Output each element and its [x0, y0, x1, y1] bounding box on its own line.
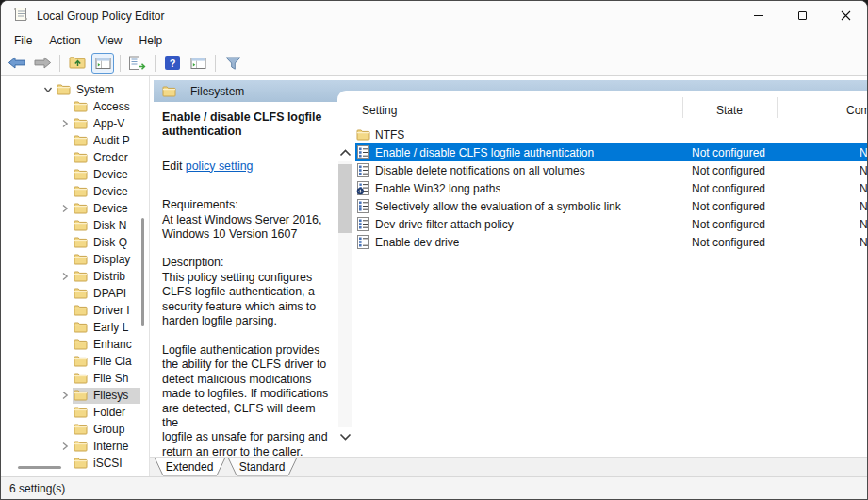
chevron-right-icon[interactable]: [57, 119, 73, 128]
minimize-button[interactable]: [737, 1, 780, 30]
tree-item-enhanc[interactable]: Enhanc: [1, 336, 149, 353]
chevron-right-icon[interactable]: [57, 391, 73, 400]
tree-item-label: Disk Q: [93, 236, 138, 249]
settings-row[interactable]: Enable dev drive Not configured No: [355, 233, 867, 251]
settings-row[interactable]: Enable Win32 long paths Not configured N…: [355, 179, 867, 197]
folder-icon: [74, 424, 88, 435]
tree-item-label: Device: [93, 185, 138, 198]
settings-row[interactable]: Enable / disable CLFS logfile authentica…: [355, 143, 867, 161]
settings-rows: NTFS Enable / disable CLFS logfile authe…: [355, 125, 867, 251]
tree-item-audit-p[interactable]: Audit P: [1, 132, 149, 149]
tree-item-early-l[interactable]: Early L: [1, 319, 149, 336]
tree-item-app-v[interactable]: App-V: [1, 115, 149, 132]
tree-item-group[interactable]: Group: [1, 421, 149, 438]
setting-state: Not configured: [682, 182, 777, 195]
folder-icon: [74, 169, 88, 180]
tree-item-device[interactable]: Device: [1, 166, 149, 183]
setting-comment: No: [777, 200, 867, 213]
close-button[interactable]: [824, 1, 867, 30]
column-header-state[interactable]: State: [682, 104, 777, 117]
column-header-comment[interactable]: Comment: [846, 104, 867, 117]
tree-item-folder[interactable]: Folder: [1, 404, 149, 421]
folder-icon: [74, 186, 88, 197]
setting-comment: No: [777, 164, 867, 177]
folder-icon: [74, 203, 88, 214]
toolbar-separator: [59, 55, 60, 72]
folder-icon: [74, 118, 88, 129]
setting-name: Enable Win32 long paths: [375, 182, 500, 195]
folder-icon: [74, 441, 88, 452]
setting-state: Not configured: [682, 236, 777, 249]
tree-item-device[interactable]: Device: [1, 183, 149, 200]
tree-item-label: Disk N: [93, 219, 138, 232]
export-list-icon[interactable]: [126, 53, 149, 74]
tree-item-dpapi[interactable]: DPAPI: [1, 285, 149, 302]
tree-item-label: Display: [93, 253, 138, 266]
column-divider[interactable]: [682, 97, 683, 118]
chevron-right-icon[interactable]: [57, 272, 73, 281]
chevron-right-icon[interactable]: [57, 204, 73, 213]
folder-icon: [74, 254, 88, 265]
policy-icon: [356, 235, 370, 249]
tree-item-access[interactable]: Access: [1, 98, 149, 115]
scrollbar-track[interactable]: [338, 161, 352, 427]
tree-item-interne[interactable]: Interne: [1, 438, 149, 455]
filter-icon[interactable]: [221, 53, 244, 74]
column-header-setting[interactable]: Setting: [362, 104, 397, 117]
close-icon: [841, 10, 851, 21]
description-text: This policy setting configures CLFS logf…: [162, 271, 334, 457]
settings-row[interactable]: Dev drive filter attach policy Not confi…: [355, 215, 867, 233]
show-console-tree-icon[interactable]: [91, 53, 114, 74]
toolbar-separator: [155, 55, 156, 72]
chevron-down-icon: [339, 433, 352, 441]
tab-extended-label[interactable]: Extended: [166, 460, 214, 474]
folder-icon: [74, 407, 88, 418]
tab-standard-label[interactable]: Standard: [239, 460, 286, 474]
tree-item-display[interactable]: Display: [1, 251, 149, 268]
tree-item-system[interactable]: System: [1, 81, 149, 98]
menu-item-file[interactable]: File: [6, 32, 41, 49]
settings-row[interactable]: Selectively allow the evaluation of a sy…: [355, 197, 867, 215]
chevron-down-icon[interactable]: [40, 86, 56, 93]
tree-item-label: File Cla: [93, 355, 138, 368]
tree-item-file-cla[interactable]: File Cla: [1, 353, 149, 370]
tree-horizontal-scrollbar[interactable]: [18, 466, 61, 469]
menu-item-action[interactable]: Action: [41, 32, 89, 49]
edit-policy-setting-link[interactable]: policy setting: [186, 159, 254, 173]
up-one-level-icon[interactable]: [66, 53, 89, 74]
tree-item-distrib[interactable]: Distrib: [1, 268, 149, 285]
tree-vertical-scrollbar[interactable]: [141, 218, 144, 326]
tree-item-disk-q[interactable]: Disk Q: [1, 234, 149, 251]
tree-item-creder[interactable]: Creder: [1, 149, 149, 166]
tree-item-filesys[interactable]: Filesys: [1, 387, 149, 404]
group-policy-icon: [13, 7, 28, 25]
tree-item-label: Device: [93, 168, 138, 181]
tree-item-label: Audit P: [93, 134, 138, 147]
menu-item-help[interactable]: Help: [131, 32, 172, 49]
folder-icon: [74, 356, 88, 367]
back-arrow-icon[interactable]: [6, 53, 28, 74]
menu-item-view[interactable]: View: [90, 32, 131, 49]
tree-item-disk-n[interactable]: Disk N: [1, 217, 149, 234]
scroll-down-button[interactable]: [337, 428, 353, 444]
content-area: System Access App-V Audit P Creder Devic…: [1, 76, 867, 476]
scroll-up-button[interactable]: [337, 144, 353, 160]
tree-item-label: iSCSI: [93, 457, 138, 470]
show-action-pane-icon[interactable]: [187, 53, 209, 74]
tree-item-label: System: [76, 83, 138, 96]
maximize-button[interactable]: [780, 1, 824, 30]
list-column-header: Setting State Comment: [337, 91, 867, 125]
tree-item-file-sh[interactable]: File Sh: [1, 370, 149, 387]
column-divider[interactable]: [777, 97, 778, 118]
scrollbar-thumb[interactable]: [338, 164, 352, 233]
tree-item-label: File Sh: [93, 372, 138, 385]
edit-policy-line: Edit policy setting: [162, 159, 334, 174]
chevron-right-icon[interactable]: [57, 442, 73, 451]
forward-arrow-icon[interactable]: [31, 53, 54, 74]
tree-item-driver-i[interactable]: Driver I: [1, 302, 149, 319]
tree-item-device[interactable]: Device: [1, 200, 149, 217]
settings-row[interactable]: NTFS: [355, 125, 867, 143]
settings-row[interactable]: Disable delete notifications on all volu…: [355, 161, 867, 179]
toolbar: ?: [1, 50, 867, 76]
help-icon[interactable]: ?: [161, 53, 184, 74]
